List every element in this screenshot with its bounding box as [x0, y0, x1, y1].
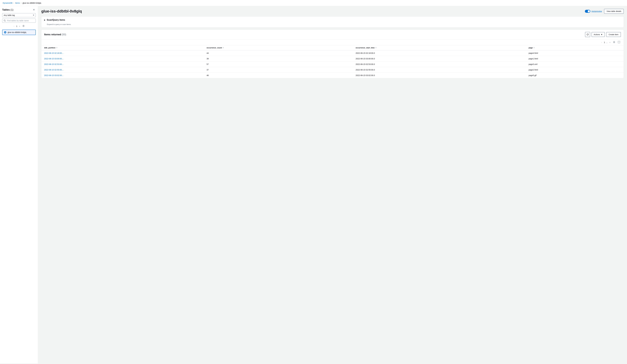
items-page-number: 1	[604, 41, 605, 44]
cell-occurrence-start-time: 2022-06-15 02:55:00.0	[353, 67, 526, 73]
items-settings-button[interactable]	[612, 41, 616, 44]
partition-link[interactable]: 2022-06-15 03:00:00...	[44, 57, 63, 60]
table-item[interactable]: glue-iss-ddbtbl-0v8glq	[2, 30, 36, 35]
cell-ddb-partition[interactable]: 2022-06-15 02:55:00...	[42, 67, 204, 73]
breadcrumb-current: glue-iss-ddbtbl-0v8glq	[23, 2, 41, 4]
close-sidebar-button[interactable]: ✕	[32, 8, 36, 11]
toggle-thumb	[588, 10, 590, 12]
page-title: glue-iss-ddbtbl-0v8glq	[41, 9, 82, 13]
breadcrumb-sep-1: ›	[14, 2, 14, 4]
cell-page: page1.html	[526, 56, 624, 61]
breadcrumb-items[interactable]: Items	[15, 2, 20, 4]
col-header-ddb-partition[interactable]: ddb_partition ▽	[42, 45, 204, 50]
search-input[interactable]	[7, 20, 34, 22]
scan-query-subtitle: Expand to query or scan items.	[42, 23, 624, 27]
actions-button[interactable]: Actions ▼	[591, 32, 605, 37]
search-box	[2, 19, 36, 23]
sidebar-pagination: ‹ 1 ›	[2, 24, 36, 28]
items-count: (50)	[62, 33, 66, 36]
cell-occurrence-start-time: 2022-06-15 03:02:00.0	[353, 73, 526, 78]
main-content: glue-iss-ddbtbl-0v8glq Autopreview View …	[38, 6, 627, 364]
cell-ddb-partition[interactable]: 2022-06-15 02:18:00...	[42, 50, 204, 56]
toolbar-right: Actions ▼ Create item	[585, 32, 621, 37]
cell-ddb-partition[interactable]: 2022-06-15 03:02:00...	[42, 73, 204, 78]
scan-query-section: ▶ Scan/Query items Expand to query or sc…	[41, 16, 624, 27]
cell-occurrence-start-time: 2022-06-15 02:53:00.0	[353, 61, 526, 67]
create-item-button[interactable]: Create item	[606, 32, 621, 37]
col-header-page[interactable]: page ▽	[526, 45, 624, 50]
table-body: 2022-06-15 02:18:00...442022-06-15 02:18…	[42, 50, 624, 78]
radio-inner	[5, 32, 5, 33]
scan-query-header[interactable]: ▶ Scan/Query items	[42, 17, 624, 23]
partition-link[interactable]: 2022-06-15 02:18:00...	[44, 52, 63, 54]
sort-icon-ddb-partition: ▽	[56, 47, 57, 49]
settings-icon	[613, 41, 615, 43]
page-number: 1	[16, 25, 17, 27]
breadcrumb: DynamoDB › Items › glue-iss-ddbtbl-0v8gl…	[0, 0, 627, 6]
fullscreen-button[interactable]	[617, 41, 621, 44]
partition-link[interactable]: 2022-06-15 02:53:00...	[44, 63, 63, 65]
svg-point-2	[23, 26, 24, 26]
refresh-icon	[586, 33, 589, 36]
cell-occurrence-count: 46	[204, 73, 353, 78]
items-section: Items returned (50) Actions ▼ Create ite…	[41, 30, 624, 78]
sort-icon-occurrence-count: ▽	[223, 47, 224, 49]
col-header-occurrence-start-time[interactable]: occurrence_start_time ▽	[353, 45, 526, 50]
col-header-occurrence-count[interactable]: occurrence_count ▽	[204, 45, 353, 50]
table-row: 2022-06-15 02:55:00...372022-06-15 02:55…	[42, 67, 624, 73]
sidebar-header: Tables (1) ✕	[2, 8, 36, 11]
dropdown-arrow-icon: ▼	[601, 33, 603, 36]
next-page-button[interactable]: ›	[18, 24, 21, 28]
partition-link[interactable]: 2022-06-15 03:02:00...	[44, 74, 63, 76]
prev-page-button[interactable]: ‹	[13, 24, 15, 28]
gear-icon	[22, 25, 25, 27]
items-toolbar: Items returned (50) Actions ▼ Create ite…	[42, 30, 624, 39]
cell-page: page5.gif	[526, 73, 624, 78]
items-returned-label: Items returned (50)	[44, 33, 66, 36]
items-next-button[interactable]: ›	[609, 41, 611, 44]
table-row: 2022-06-15 03:00:00...392022-06-15 03:00…	[42, 56, 624, 61]
cell-ddb-partition[interactable]: 2022-06-15 03:00:00...	[42, 56, 204, 61]
toggle-track[interactable]	[585, 10, 590, 13]
cell-ddb-partition[interactable]: 2022-06-15 02:53:00...	[42, 61, 204, 67]
cell-occurrence-count: 39	[204, 56, 353, 61]
table-item-name: glue-iss-ddbtbl-0v8glq	[8, 31, 26, 33]
table-list: glue-iss-ddbtbl-0v8glq	[2, 30, 36, 361]
scan-query-title: Scan/Query items	[47, 19, 65, 21]
table-row: 2022-06-15 02:18:00...442022-06-15 02:18…	[42, 50, 624, 56]
sort-icon-occurrence-start-time: ▽	[375, 47, 376, 49]
cell-occurrence-count: 57	[204, 61, 353, 67]
table-radio	[4, 31, 6, 33]
autopreview-toggle[interactable]: Autopreview	[585, 10, 602, 13]
sidebar-settings-button[interactable]	[22, 24, 25, 28]
svg-point-3	[614, 42, 615, 43]
expand-icon	[618, 41, 620, 43]
cell-occurrence-count: 37	[204, 67, 353, 73]
items-pagination: ‹ 1 ... ›	[42, 39, 624, 45]
header-actions: Autopreview View table details	[585, 9, 624, 14]
cell-page: page4.html	[526, 50, 624, 56]
partition-link[interactable]: 2022-06-15 02:55:00...	[44, 69, 63, 71]
sort-icon-page: ▽	[533, 47, 535, 49]
tag-select[interactable]: Any table tag	[2, 13, 36, 17]
table-row: 2022-06-15 03:02:00...462022-06-15 03:02…	[42, 73, 624, 78]
data-table: ddb_partition ▽ occurrence_count ▽	[42, 45, 624, 78]
table-row: 2022-06-15 02:53:00...572022-06-15 02:53…	[42, 61, 624, 67]
sidebar: Tables (1) ✕ Any table tag ‹ 1 ›	[0, 6, 38, 364]
sidebar-title: Tables (1)	[2, 8, 13, 11]
cell-occurrence-count: 44	[204, 50, 353, 56]
cell-page: page3.xml	[526, 61, 624, 67]
cell-occurrence-start-time: 2022-06-15 02:18:00.0	[353, 50, 526, 56]
expand-arrow-icon: ▶	[44, 19, 45, 21]
svg-line-1	[5, 21, 6, 22]
items-prev-button[interactable]: ‹	[601, 41, 603, 44]
breadcrumb-dynamodb[interactable]: DynamoDB	[3, 2, 12, 4]
search-icon	[4, 20, 6, 22]
view-table-details-button[interactable]: View table details	[604, 9, 624, 14]
cell-occurrence-start-time: 2022-06-15 03:00:00.0	[353, 56, 526, 61]
autopreview-label[interactable]: Autopreview	[591, 10, 602, 12]
refresh-button[interactable]	[585, 32, 590, 37]
table-header: ddb_partition ▽ occurrence_count ▽	[42, 45, 624, 50]
content-header: glue-iss-ddbtbl-0v8glq Autopreview View …	[41, 9, 624, 14]
breadcrumb-sep-2: ›	[21, 2, 21, 4]
